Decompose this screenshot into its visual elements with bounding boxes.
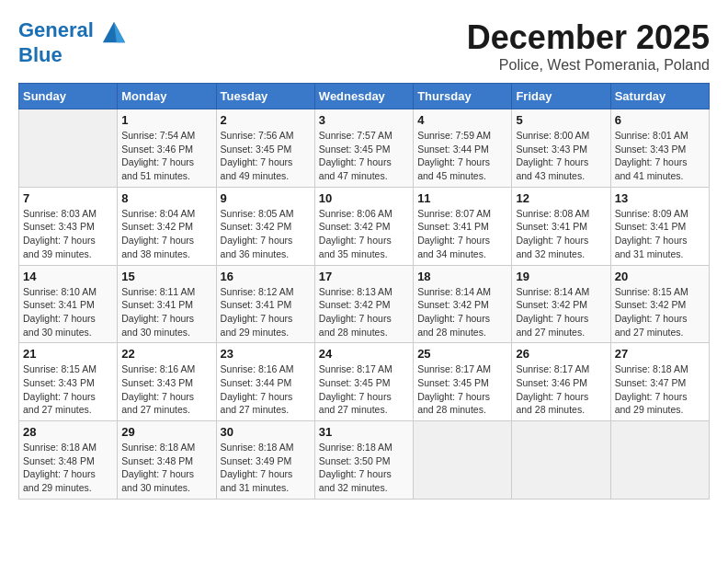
day-info: Sunrise: 8:17 AM Sunset: 3:45 PM Dayligh… xyxy=(417,362,507,417)
day-info: Sunrise: 8:17 AM Sunset: 3:46 PM Dayligh… xyxy=(516,362,606,417)
day-info: Sunrise: 8:09 AM Sunset: 3:41 PM Dayligh… xyxy=(615,207,705,261)
calendar-cell: 15Sunrise: 8:11 AM Sunset: 3:41 PM Dayli… xyxy=(118,265,216,343)
day-info: Sunrise: 8:11 AM Sunset: 3:41 PM Dayligh… xyxy=(121,285,211,339)
calendar-cell: 30Sunrise: 8:18 AM Sunset: 3:49 PM Dayli… xyxy=(216,421,314,500)
day-number: 25 xyxy=(417,347,507,361)
day-info: Sunrise: 8:10 AM Sunset: 3:41 PM Dayligh… xyxy=(23,285,113,339)
day-number: 20 xyxy=(615,270,705,283)
day-info: Sunrise: 7:56 AM Sunset: 3:45 PM Dayligh… xyxy=(221,129,311,183)
calendar-cell: 20Sunrise: 8:15 AM Sunset: 3:42 PM Dayli… xyxy=(610,265,709,343)
calendar-week-5: 28Sunrise: 8:18 AM Sunset: 3:48 PM Dayli… xyxy=(19,421,710,500)
header-friday: Friday xyxy=(512,84,610,109)
calendar-cell: 11Sunrise: 8:07 AM Sunset: 3:41 PM Dayli… xyxy=(414,187,512,265)
calendar-cell: 17Sunrise: 8:13 AM Sunset: 3:42 PM Dayli… xyxy=(314,265,413,343)
calendar-week-3: 14Sunrise: 8:10 AM Sunset: 3:41 PM Dayli… xyxy=(19,265,710,343)
day-number: 14 xyxy=(23,270,113,283)
header-saturday: Saturday xyxy=(610,84,709,109)
logo: General Blue xyxy=(18,18,127,66)
day-info: Sunrise: 8:12 AM Sunset: 3:41 PM Dayligh… xyxy=(221,285,311,339)
day-info: Sunrise: 8:18 AM Sunset: 3:49 PM Dayligh… xyxy=(221,441,311,495)
calendar-cell: 10Sunrise: 8:06 AM Sunset: 3:42 PM Dayli… xyxy=(314,187,413,265)
day-number: 22 xyxy=(121,347,211,361)
day-number: 5 xyxy=(516,113,606,127)
calendar-cell: 18Sunrise: 8:14 AM Sunset: 3:42 PM Dayli… xyxy=(414,265,512,343)
calendar-table: SundayMondayTuesdayWednesdayThursdayFrid… xyxy=(18,83,710,500)
day-number: 6 xyxy=(615,113,705,127)
calendar-cell: 4Sunrise: 7:59 AM Sunset: 3:44 PM Daylig… xyxy=(414,109,512,188)
day-info: Sunrise: 7:54 AM Sunset: 3:46 PM Dayligh… xyxy=(121,129,211,183)
day-info: Sunrise: 8:13 AM Sunset: 3:42 PM Dayligh… xyxy=(319,285,409,339)
day-info: Sunrise: 8:04 AM Sunset: 3:42 PM Dayligh… xyxy=(121,207,211,261)
day-number: 17 xyxy=(319,270,409,283)
calendar-cell: 23Sunrise: 8:16 AM Sunset: 3:44 PM Dayli… xyxy=(216,343,314,421)
day-info: Sunrise: 8:18 AM Sunset: 3:47 PM Dayligh… xyxy=(615,362,705,417)
day-info: Sunrise: 8:06 AM Sunset: 3:42 PM Dayligh… xyxy=(319,207,409,261)
calendar-cell: 24Sunrise: 8:17 AM Sunset: 3:45 PM Dayli… xyxy=(314,343,413,421)
header-tuesday: Tuesday xyxy=(216,84,314,109)
header-monday: Monday xyxy=(118,84,216,109)
calendar-cell: 26Sunrise: 8:17 AM Sunset: 3:46 PM Dayli… xyxy=(512,343,610,421)
day-info: Sunrise: 8:14 AM Sunset: 3:42 PM Dayligh… xyxy=(417,285,507,339)
calendar-cell: 27Sunrise: 8:18 AM Sunset: 3:47 PM Dayli… xyxy=(610,343,709,421)
calendar-header-row: SundayMondayTuesdayWednesdayThursdayFrid… xyxy=(19,84,710,109)
day-info: Sunrise: 8:18 AM Sunset: 3:50 PM Dayligh… xyxy=(319,441,409,495)
calendar-cell xyxy=(610,421,709,500)
calendar-cell: 9Sunrise: 8:05 AM Sunset: 3:42 PM Daylig… xyxy=(216,187,314,265)
day-number: 31 xyxy=(319,425,409,439)
day-info: Sunrise: 8:14 AM Sunset: 3:42 PM Dayligh… xyxy=(516,285,606,339)
day-number: 16 xyxy=(221,270,311,283)
calendar-cell: 16Sunrise: 8:12 AM Sunset: 3:41 PM Dayli… xyxy=(216,265,314,343)
day-number: 18 xyxy=(417,270,507,283)
calendar-week-2: 7Sunrise: 8:03 AM Sunset: 3:43 PM Daylig… xyxy=(19,187,710,265)
day-info: Sunrise: 8:08 AM Sunset: 3:41 PM Dayligh… xyxy=(516,207,606,261)
day-number: 21 xyxy=(23,347,113,361)
page-header: General Blue December 2025 Police, West … xyxy=(18,18,710,74)
calendar-cell xyxy=(512,421,610,500)
calendar-cell xyxy=(19,109,118,188)
header-sunday: Sunday xyxy=(19,84,118,109)
day-info: Sunrise: 8:16 AM Sunset: 3:44 PM Dayligh… xyxy=(221,362,311,417)
day-info: Sunrise: 8:18 AM Sunset: 3:48 PM Dayligh… xyxy=(121,441,211,495)
day-info: Sunrise: 8:15 AM Sunset: 3:43 PM Dayligh… xyxy=(23,362,113,417)
day-info: Sunrise: 8:07 AM Sunset: 3:41 PM Dayligh… xyxy=(417,207,507,261)
day-info: Sunrise: 8:00 AM Sunset: 3:43 PM Dayligh… xyxy=(516,129,606,183)
day-info: Sunrise: 8:15 AM Sunset: 3:42 PM Dayligh… xyxy=(615,285,705,339)
header-thursday: Thursday xyxy=(414,84,512,109)
calendar-cell: 5Sunrise: 8:00 AM Sunset: 3:43 PM Daylig… xyxy=(512,109,610,188)
day-info: Sunrise: 8:01 AM Sunset: 3:43 PM Dayligh… xyxy=(615,129,705,183)
day-number: 1 xyxy=(121,113,211,127)
calendar-cell: 14Sunrise: 8:10 AM Sunset: 3:41 PM Dayli… xyxy=(19,265,118,343)
calendar-cell: 28Sunrise: 8:18 AM Sunset: 3:48 PM Dayli… xyxy=(19,421,118,500)
day-number: 10 xyxy=(319,191,409,205)
day-number: 15 xyxy=(121,270,211,283)
day-number: 23 xyxy=(221,347,311,361)
day-info: Sunrise: 8:17 AM Sunset: 3:45 PM Dayligh… xyxy=(319,362,409,417)
day-number: 2 xyxy=(221,113,311,127)
calendar-cell: 31Sunrise: 8:18 AM Sunset: 3:50 PM Dayli… xyxy=(314,421,413,500)
calendar-cell: 19Sunrise: 8:14 AM Sunset: 3:42 PM Dayli… xyxy=(512,265,610,343)
day-number: 8 xyxy=(121,191,211,205)
day-number: 4 xyxy=(417,113,507,127)
day-number: 12 xyxy=(516,191,606,205)
day-info: Sunrise: 8:03 AM Sunset: 3:43 PM Dayligh… xyxy=(23,207,113,261)
day-number: 3 xyxy=(319,113,409,127)
day-number: 24 xyxy=(319,347,409,361)
day-number: 26 xyxy=(516,347,606,361)
calendar-cell: 2Sunrise: 7:56 AM Sunset: 3:45 PM Daylig… xyxy=(216,109,314,188)
logo-blue: Blue xyxy=(18,44,127,66)
day-number: 11 xyxy=(417,191,507,205)
calendar-cell: 8Sunrise: 8:04 AM Sunset: 3:42 PM Daylig… xyxy=(118,187,216,265)
day-number: 28 xyxy=(23,425,113,439)
calendar-cell: 6Sunrise: 8:01 AM Sunset: 3:43 PM Daylig… xyxy=(610,109,709,188)
month-title: December 2025 xyxy=(467,18,710,57)
title-area: December 2025 Police, West Pomerania, Po… xyxy=(467,18,710,74)
day-number: 30 xyxy=(221,425,311,439)
day-number: 27 xyxy=(615,347,705,361)
day-info: Sunrise: 8:16 AM Sunset: 3:43 PM Dayligh… xyxy=(121,362,211,417)
calendar-cell: 3Sunrise: 7:57 AM Sunset: 3:45 PM Daylig… xyxy=(314,109,413,188)
calendar-cell: 25Sunrise: 8:17 AM Sunset: 3:45 PM Dayli… xyxy=(414,343,512,421)
logo-text: General xyxy=(18,18,127,44)
location-title: Police, West Pomerania, Poland xyxy=(467,57,710,74)
calendar-cell: 7Sunrise: 8:03 AM Sunset: 3:43 PM Daylig… xyxy=(19,187,118,265)
calendar-cell: 22Sunrise: 8:16 AM Sunset: 3:43 PM Dayli… xyxy=(118,343,216,421)
